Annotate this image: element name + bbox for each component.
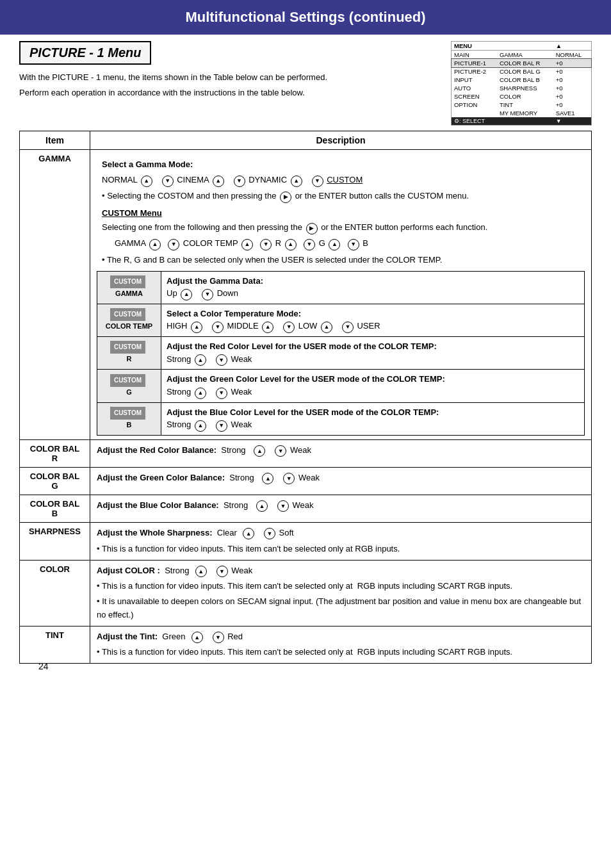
table-row-tint: TINT Adjust the Tint: Green ▲ ▼ Red • Th… (20, 626, 592, 664)
table-row-color-bal-b: COLOR BAL B Adjust the Blue Color Balanc… (20, 495, 592, 522)
g-weak-down: ▼ (216, 388, 227, 399)
picture-menu-title: PICTURE - 1 Menu (19, 41, 151, 65)
gamma-top-section: Select a Gamma Mode: NORMAL ▲ ▼ CINEMA ▲… (97, 154, 585, 271)
menu-col2-header (497, 42, 553, 51)
tint-down: ▼ (213, 632, 224, 643)
gamma-item: GAMMA (20, 150, 90, 440)
color-bal-b-up: ▲ (256, 500, 268, 512)
title-section: PICTURE - 1 Menu With the PICTURE - 1 me… (19, 41, 592, 126)
middle-down: ▼ (212, 322, 224, 333)
color-bal-r-item: COLOR BAL R (20, 439, 90, 467)
gamma-bullet2: • The R, G and B can be selected only wh… (102, 253, 580, 267)
b-strong-up: ▲ (195, 420, 206, 432)
custom-down-btn: ▼ (312, 176, 323, 187)
custom-r-row: CUSTOM R Adjust the Red Color Level for … (97, 337, 585, 370)
page-header: Multifunctional Settings (continued) (0, 0, 611, 35)
dynamic-down-btn: ▼ (234, 176, 245, 187)
custom-r-desc: Adjust the Red Color Level for the USER … (161, 337, 585, 370)
color-bal-r-down: ▼ (275, 445, 286, 457)
color-bal-b-down: ▼ (277, 500, 289, 512)
tint-item: TINT (20, 626, 90, 664)
menu-row-picture2: PICTURE-2 COLOR BAL G +0 (452, 67, 591, 76)
cinema-down-btn: ▼ (162, 176, 174, 187)
high-up: ▲ (191, 322, 202, 333)
table-row-color-bal-g: COLOR BAL G Adjust the Green Color Balan… (20, 467, 592, 495)
menu-row-memory: MY MEMORY SAVE1 (452, 109, 591, 117)
tint-desc: Adjust the Tint: Green ▲ ▼ Red • This is… (90, 626, 592, 664)
r-down: ▼ (260, 239, 272, 250)
menu-row-option: OPTION TINT +0 (452, 101, 591, 109)
menu-col3-arrow: ▲ (553, 42, 591, 51)
menu-col1-header: MENU (452, 42, 497, 51)
menu-row-input: INPUT COLOR BAL B +0 (452, 76, 591, 84)
color-desc: Adjust COLOR : Strong ▲ ▼ Weak • This is… (90, 560, 592, 626)
col-item-header: Item (20, 131, 90, 150)
tint-bullet1: • This is a function for video inputs. T… (97, 646, 585, 659)
custom-badge-g: CUSTOM (110, 374, 145, 387)
g-down: ▼ (304, 239, 315, 250)
color-bal-g-up: ▲ (262, 473, 273, 484)
g-up: ▲ (329, 239, 340, 250)
menu-row-auto: AUTO SHARPNESS +0 (452, 84, 591, 92)
tint-up: ▲ (191, 632, 203, 643)
custom-badge-gamma: CUSTOM (110, 275, 145, 288)
menu-select-row: ⚙: SELECT ▼ (452, 117, 591, 125)
color-bal-g-item: COLOR BAL G (20, 467, 90, 495)
r-strong-up: ▲ (195, 354, 206, 366)
b-weak-down: ▼ (216, 420, 227, 432)
col-desc-header: Description (90, 131, 592, 150)
sharpness-bullet1: • This is a function for video inputs. T… (97, 543, 585, 556)
custom-colortemp-row: CUSTOM COLOR TEMP Select a Color Tempera… (97, 304, 585, 336)
color-bal-r-up: ▲ (254, 445, 265, 457)
main-table: Item Description GAMMA Select a Gamma Mo… (19, 131, 592, 664)
custom-b-badge: CUSTOM B (97, 402, 161, 435)
custom-badge-r: CUSTOM (110, 341, 145, 354)
custom-items-list: GAMMA ▲ ▼ COLOR TEMP ▲ ▼ R ▲ ▼ G ▲ ▼ B (102, 236, 580, 250)
sharpness-desc: Adjust the Whole Sharpness: Clear ▲ ▼ So… (90, 522, 592, 560)
gamma-data-down: ▼ (202, 289, 213, 300)
low-up: ▲ (321, 322, 332, 333)
intro-line1: With the PICTURE - 1 menu, the items sho… (19, 71, 438, 84)
custom-sub-table: CUSTOM GAMMA Adjust the Gamma Data: Up ▲… (97, 271, 585, 436)
table-row-color-bal-r: COLOR BAL R Adjust the Red Color Balance… (20, 439, 592, 467)
cinema-up-btn: ▲ (213, 176, 224, 187)
custom-g-desc: Adjust the Green Color Level for the USE… (161, 370, 585, 402)
color-bal-r-desc: Adjust the Red Color Balance: Strong ▲ ▼… (90, 439, 592, 467)
dynamic-up-btn: ▲ (291, 176, 302, 187)
gamma-sub-up: ▲ (149, 239, 161, 250)
color-bullet2: • It is unavailable to deepen colors on … (97, 595, 585, 622)
middle-up: ▲ (262, 322, 273, 333)
table-row-sharpness: SHARPNESS Adjust the Whole Sharpness: Cl… (20, 522, 592, 560)
color-bal-b-item: COLOR BAL B (20, 495, 90, 522)
color-down: ▼ (216, 566, 228, 577)
header-title: Multifunctional Settings (continued) (185, 9, 425, 25)
user-down: ▼ (342, 322, 354, 333)
menu-row-picture1: PICTURE-1 COLOR BAL R +0 (452, 59, 591, 67)
color-bal-g-desc: Adjust the Green Color Balance: Strong ▲… (90, 467, 592, 495)
color-bal-g-down: ▼ (283, 473, 295, 484)
intro-line2: Perform each operation in accordance wit… (19, 86, 438, 99)
custom-g-badge: CUSTOM G (97, 370, 161, 402)
custom-gamma-badge: CUSTOM GAMMA (97, 271, 161, 304)
enter-btn-2: ▶ (306, 223, 318, 234)
custom-badge-colortemp: CUSTOM (110, 308, 145, 321)
enter-btn-1: ▶ (280, 192, 291, 203)
colortemp-down: ▼ (168, 239, 179, 250)
color-up: ▲ (195, 566, 207, 577)
table-header-row: Item Description (20, 131, 592, 150)
b-down: ▼ (348, 239, 359, 250)
g-strong-up: ▲ (195, 388, 206, 399)
gamma-desc: Select a Gamma Mode: NORMAL ▲ ▼ CINEMA ▲… (90, 150, 592, 440)
menu-row-screen: SCREEN COLOR +0 (452, 92, 591, 101)
custom-menu-desc: Selecting one from the following and the… (102, 220, 580, 234)
colortemp-up: ▲ (241, 239, 253, 250)
custom-gamma-desc: Adjust the Gamma Data: Up ▲ ▼ Down (161, 271, 585, 304)
menu-diagram: MENU ▲ MAIN GAMMA NORMAL PICTURE-1 COLOR… (451, 41, 592, 126)
custom-b-row: CUSTOM B Adjust the Blue Color Level for… (97, 402, 585, 435)
normal-up-btn: ▲ (141, 176, 152, 187)
color-bal-b-desc: Adjust the Blue Color Balance: Strong ▲ … (90, 495, 592, 522)
sharpness-up: ▲ (243, 528, 254, 539)
table-row-color: COLOR Adjust COLOR : Strong ▲ ▼ Weak • T… (20, 560, 592, 626)
gamma-data-up: ▲ (181, 289, 192, 300)
menu-header-row: MENU ▲ (452, 42, 591, 51)
